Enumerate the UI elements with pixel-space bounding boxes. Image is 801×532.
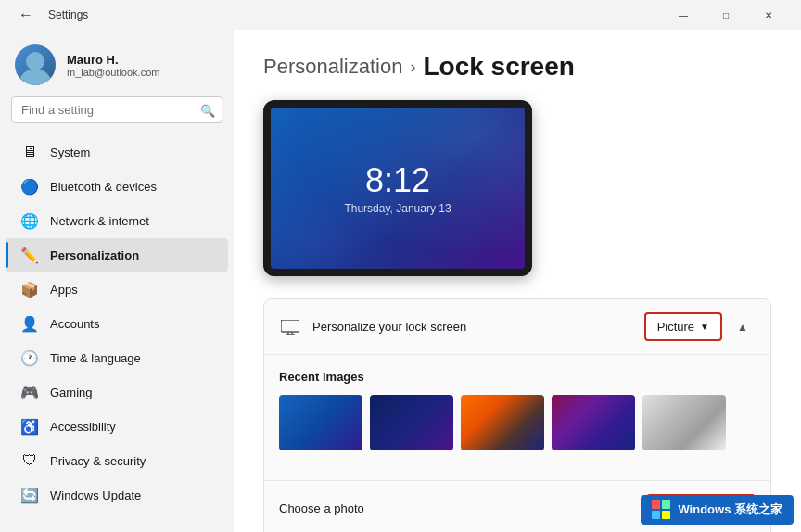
sidebar-item-privacy[interactable]: 🛡 Privacy & security xyxy=(6,444,228,477)
images-grid xyxy=(279,395,756,450)
accessibility-icon: ♿ xyxy=(20,417,39,436)
chevron-down-icon: ▼ xyxy=(700,322,709,332)
breadcrumb-separator: › xyxy=(410,57,415,77)
sidebar-item-update[interactable]: 🔄 Windows Update xyxy=(6,478,228,512)
sidebar-item-accounts[interactable]: 👤 Accounts xyxy=(6,307,228,340)
svg-point-0 xyxy=(26,52,44,70)
sidebar-label-network: Network & internet xyxy=(50,214,149,228)
lock-date: Thursday, January 13 xyxy=(344,202,451,215)
sidebar-label-gaming: Gaming xyxy=(50,386,93,399)
win-quad-3 xyxy=(652,511,660,519)
breadcrumb: Personalization › Lock screen xyxy=(263,52,771,82)
user-email: m_lab@outlook.com xyxy=(67,67,159,78)
svg-rect-2 xyxy=(281,320,299,332)
personalize-label: Personalize your lock screen xyxy=(312,320,633,334)
monitor-icon xyxy=(279,316,301,338)
win-quad-1 xyxy=(652,500,660,509)
sidebar-item-time[interactable]: 🕐 Time & language xyxy=(6,341,228,374)
system-icon: 🖥 xyxy=(20,143,39,161)
apps-icon: 📦 xyxy=(20,280,39,298)
recent-image-1[interactable] xyxy=(279,395,362,450)
personalize-control: Picture ▼ ▲ xyxy=(644,312,756,341)
accounts-icon: 👤 xyxy=(20,314,39,333)
sidebar-label-privacy: Privacy & security xyxy=(50,454,146,468)
sidebar-label-time: Time & language xyxy=(50,351,141,365)
personalize-row: Personalize your lock screen Picture ▼ ▲ xyxy=(264,299,770,355)
sidebar-item-accessibility[interactable]: ♿ Accessibility xyxy=(6,410,228,443)
back-button[interactable]: ← xyxy=(11,0,41,30)
titlebar-title: Settings xyxy=(48,8,88,21)
sidebar-item-network[interactable]: 🌐 Network & internet xyxy=(6,204,228,237)
titlebar-left: ← Settings xyxy=(11,0,88,30)
recent-images-section: Recent images xyxy=(264,355,770,481)
win-quad-4 xyxy=(662,511,670,519)
sidebar: Mauro H. m_lab@outlook.com 🔍 🖥 System 🔵 … xyxy=(0,30,234,532)
sidebar-label-personalization: Personalization xyxy=(50,248,139,262)
sidebar-label-bluetooth: Bluetooth & devices xyxy=(50,180,157,194)
close-button[interactable]: ✕ xyxy=(747,0,790,30)
app-body: Mauro H. m_lab@outlook.com 🔍 🖥 System 🔵 … xyxy=(0,30,801,532)
sidebar-item-bluetooth[interactable]: 🔵 Bluetooth & devices xyxy=(6,170,228,203)
picture-dropdown[interactable]: Picture ▼ xyxy=(644,312,722,341)
breadcrumb-parent[interactable]: Personalization xyxy=(263,55,402,79)
dropdown-value: Picture xyxy=(657,320,694,334)
window-controls: — □ ✕ xyxy=(662,0,790,30)
time-icon: 🕐 xyxy=(20,348,39,367)
sidebar-label-system: System xyxy=(50,146,90,159)
sidebar-nav: 🖥 System 🔵 Bluetooth & devices 🌐 Network… xyxy=(0,134,234,513)
win-quad-2 xyxy=(662,500,670,509)
search-icon: 🔍 xyxy=(200,103,215,117)
windows-badge: Windows 系统之家 xyxy=(641,495,794,525)
svg-point-1 xyxy=(19,69,52,85)
main-content: Personalization › Lock screen 8:12 Thurs… xyxy=(234,30,801,532)
search-box: 🔍 xyxy=(11,96,222,123)
breadcrumb-current: Lock screen xyxy=(423,52,574,82)
network-icon: 🌐 xyxy=(20,211,39,230)
sidebar-item-gaming[interactable]: 🎮 Gaming xyxy=(6,375,228,409)
personalization-icon: ✏️ xyxy=(20,246,39,264)
sidebar-label-accessibility: Accessibility xyxy=(50,420,116,434)
update-icon: 🔄 xyxy=(20,486,39,504)
user-info: Mauro H. m_lab@outlook.com xyxy=(67,53,159,78)
user-name: Mauro H. xyxy=(67,53,159,67)
sidebar-label-apps: Apps xyxy=(50,283,78,297)
bluetooth-icon: 🔵 xyxy=(20,177,39,196)
search-input[interactable] xyxy=(11,96,222,123)
titlebar: ← Settings — □ ✕ xyxy=(0,0,801,30)
lock-screen-preview: 8:12 Thursday, January 13 xyxy=(263,100,532,276)
privacy-icon: 🛡 xyxy=(20,451,39,470)
windows-badge-label: Windows 系统之家 xyxy=(678,501,782,518)
recent-image-4[interactable] xyxy=(552,395,635,450)
sidebar-item-apps[interactable]: 📦 Apps xyxy=(6,272,228,306)
choose-photo-label: Choose a photo xyxy=(279,501,646,515)
collapse-button[interactable]: ▲ xyxy=(730,314,756,340)
gaming-icon: 🎮 xyxy=(20,383,39,401)
user-section[interactable]: Mauro H. m_lab@outlook.com xyxy=(0,30,234,96)
sidebar-item-system[interactable]: 🖥 System xyxy=(6,135,228,169)
minimize-button[interactable]: — xyxy=(662,0,705,30)
recent-images-heading: Recent images xyxy=(279,370,756,384)
recent-image-2[interactable] xyxy=(370,395,453,450)
windows-logo xyxy=(652,500,670,519)
maximize-button[interactable]: □ xyxy=(705,0,747,30)
avatar xyxy=(15,44,56,85)
recent-image-5[interactable] xyxy=(642,395,726,450)
sidebar-item-personalization[interactable]: ✏️ Personalization xyxy=(6,238,228,272)
recent-image-3[interactable] xyxy=(461,395,544,450)
sidebar-label-accounts: Accounts xyxy=(50,317,99,331)
lock-time: 8:12 xyxy=(365,161,430,200)
sidebar-label-update: Windows Update xyxy=(50,488,141,502)
